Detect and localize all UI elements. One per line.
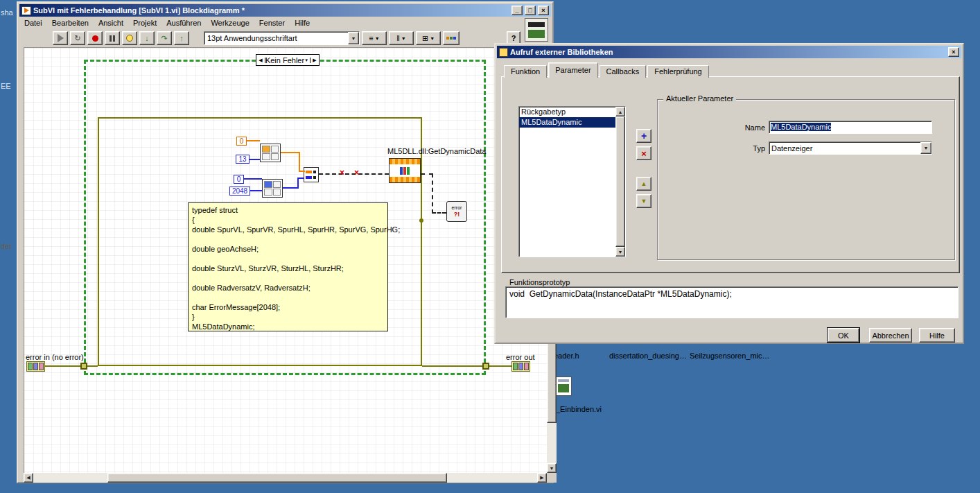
error-out-label[interactable]: error out xyxy=(506,353,535,361)
blue-wire[interactable] xyxy=(283,187,299,189)
scroll-down-button[interactable]: ▼ xyxy=(547,463,557,473)
initialize-array-node[interactable] xyxy=(260,144,281,162)
error-handler-node[interactable]: error ?! xyxy=(446,201,467,222)
remove-parameter-button[interactable]: × xyxy=(636,146,651,160)
menu-ausfuehren[interactable]: Ausführen xyxy=(161,17,206,28)
parameter-listbox[interactable]: Rückgabetyp ML5DataDynamic ▲ ▼ xyxy=(518,106,626,257)
listbox-scroll-up[interactable]: ▲ xyxy=(615,107,625,116)
orange-wire[interactable] xyxy=(299,171,305,172)
pause-button[interactable] xyxy=(105,31,120,45)
vi-icon[interactable] xyxy=(525,18,548,42)
distribute-objects-dropdown[interactable]: ‖ ▼ xyxy=(389,31,414,45)
vi-file-icon[interactable] xyxy=(555,377,572,396)
wire-junction-dot[interactable] xyxy=(419,218,423,223)
run-continuous-button[interactable]: ↻ xyxy=(70,31,85,45)
list-item-rueckgabetyp[interactable]: Rückgabetyp xyxy=(519,107,615,117)
broken-wire[interactable] xyxy=(432,173,433,214)
move-up-button[interactable]: ▲ xyxy=(636,177,651,191)
case-prev-icon[interactable]: ◀ xyxy=(256,58,265,63)
call-library-node[interactable] xyxy=(389,158,421,183)
minimize-button[interactable]: _ xyxy=(511,6,523,15)
initialize-array-node[interactable] xyxy=(262,179,283,198)
case-selector[interactable]: ◀ Kein Fehler ▼ ▶ xyxy=(256,54,320,66)
tab-fehlerpruefung[interactable]: Fehlerprüfung xyxy=(647,65,709,78)
menu-hilfe[interactable]: Hilfe xyxy=(290,17,315,28)
cancel-button[interactable]: Abbrechen xyxy=(869,328,912,343)
align-objects-dropdown[interactable]: ≡ ▼ xyxy=(362,31,387,45)
error-wire[interactable] xyxy=(87,365,98,367)
name-input[interactable]: ML5DataDynamic xyxy=(769,121,932,134)
help-button[interactable]: Hilfe xyxy=(919,328,955,343)
blue-wire[interactable] xyxy=(250,190,262,191)
numeric-constant-i32[interactable]: 13 xyxy=(236,155,250,164)
scroll-left-button[interactable]: ◀ xyxy=(24,473,33,483)
case-selector-value[interactable]: Kein Fehler xyxy=(265,56,304,64)
highlight-execution-button[interactable] xyxy=(122,31,137,45)
window-titlebar[interactable]: SubVI mit Fehlerbehandlung [SubVI 1.vi] … xyxy=(19,4,551,17)
clean-up-diagram-button[interactable] xyxy=(443,31,460,45)
listbox-scrollbar[interactable]: ▲ ▼ xyxy=(615,107,625,257)
numeric-constant-i32[interactable]: 0 xyxy=(234,175,244,184)
error-wire[interactable] xyxy=(45,365,80,367)
close-button[interactable]: × xyxy=(538,6,549,15)
case-next-icon[interactable]: ▶ xyxy=(310,58,319,63)
bundle-node[interactable] xyxy=(304,167,319,182)
error-wire[interactable] xyxy=(489,365,511,367)
blue-wire[interactable] xyxy=(244,178,262,180)
listbox-scroll-down[interactable]: ▼ xyxy=(615,247,625,257)
font-selector-arrow[interactable]: ▼ xyxy=(348,32,359,44)
listbox-scroll-thumb[interactable] xyxy=(615,116,625,247)
orange-wire[interactable] xyxy=(247,140,260,141)
step-out-button[interactable]: ↑ xyxy=(174,31,189,45)
case-tunnel[interactable] xyxy=(80,363,87,370)
error-in-terminal[interactable] xyxy=(26,361,45,372)
reorder-dropdown[interactable]: ⊞ ▼ xyxy=(416,31,441,45)
error-in-label[interactable]: error in (no error) xyxy=(26,353,84,361)
blue-wire[interactable] xyxy=(297,178,299,189)
menu-projekt[interactable]: Projekt xyxy=(128,17,161,28)
numeric-constant-i32[interactable]: 2048 xyxy=(229,187,250,196)
tab-funktion[interactable]: Funktion xyxy=(504,65,547,78)
broken-wire-x-icon[interactable]: × xyxy=(354,168,359,178)
type-combobox[interactable]: Datenzeiger ▼ xyxy=(769,141,932,155)
blue-wire[interactable] xyxy=(250,159,260,160)
desktop-icon-label[interactable]: eader.h xyxy=(554,352,579,360)
move-down-button[interactable]: ▼ xyxy=(636,194,651,208)
horizontal-scrollbar[interactable]: ◀ ▶ xyxy=(24,473,547,483)
scroll-right-button[interactable]: ▶ xyxy=(537,473,547,483)
menu-fenster[interactable]: Fenster xyxy=(254,17,290,28)
blue-wire[interactable] xyxy=(297,178,304,179)
dialog-titlebar[interactable]: Aufruf externer Bibliotheken × xyxy=(497,46,961,58)
struct-comment[interactable]: typedef struct { double SpurVL, SpurVR, … xyxy=(188,202,388,331)
desktop-icon-label[interactable]: Seilzugsensoren_mic… xyxy=(690,352,770,360)
block-diagram[interactable]: ◀ Kein Fehler ▼ ▶ 0 13 0 2048 xyxy=(24,47,547,473)
font-selector[interactable]: 13pt Anwendungsschriftart ▼ xyxy=(204,31,360,45)
chevron-down-icon[interactable]: ▼ xyxy=(304,58,310,62)
ok-button[interactable]: OK xyxy=(828,328,859,343)
desktop-icon-label[interactable]: dissertation_duesing… xyxy=(609,352,687,360)
list-item-ml5datadynamic[interactable]: ML5DataDynamic xyxy=(519,117,615,128)
tab-callbacks[interactable]: Callbacks xyxy=(600,65,647,78)
case-tunnel[interactable] xyxy=(482,363,489,370)
type-combobox-arrow[interactable]: ▼ xyxy=(920,142,931,154)
add-parameter-button[interactable]: + xyxy=(636,129,651,143)
abort-button[interactable] xyxy=(87,31,103,45)
error-wire[interactable] xyxy=(422,365,482,367)
menu-bearbeiten[interactable]: Bearbeiten xyxy=(47,17,94,28)
step-over-button[interactable]: ↷ xyxy=(157,31,172,45)
desktop-icon-label[interactable]: _Einbinden.vi xyxy=(556,405,602,413)
dialog-close-button[interactable]: × xyxy=(948,47,959,57)
numeric-constant-dbl[interactable]: 0 xyxy=(236,137,247,146)
broken-wire-x-icon[interactable]: × xyxy=(340,168,344,178)
broken-wire[interactable] xyxy=(432,212,446,214)
orange-wire[interactable] xyxy=(299,152,300,172)
menu-werkzeuge[interactable]: Werkzeuge xyxy=(206,17,254,28)
menu-ansicht[interactable]: Ansicht xyxy=(94,17,128,28)
menu-datei[interactable]: Datei xyxy=(19,17,47,28)
orange-wire[interactable] xyxy=(281,152,300,153)
run-button[interactable] xyxy=(53,31,68,45)
step-into-button[interactable]: ↓ xyxy=(139,31,155,45)
tab-parameter[interactable]: Parameter xyxy=(548,62,597,78)
dll-node-label[interactable]: ML5DLL.dll:GetDynamicData xyxy=(387,147,486,155)
error-out-terminal[interactable] xyxy=(511,361,530,372)
